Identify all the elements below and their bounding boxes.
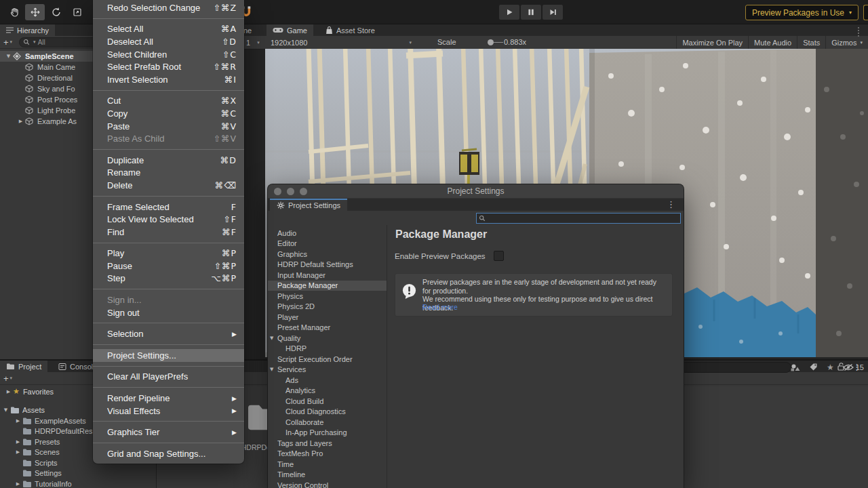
settings-category[interactable]: In-App Purchasing [268,428,387,439]
settings-search-input[interactable] [476,213,681,224]
menu-item[interactable]: Select Children⇧C [93,48,244,61]
settings-category[interactable]: Input Manager [268,270,387,281]
foldout-closed-icon[interactable]: ▶ [16,119,25,124]
tab-project[interactable]: Project [0,361,47,372]
scale-slider-knob[interactable] [488,39,494,45]
settings-category[interactable]: Cloud Diagnostics [268,407,387,418]
caret-down-icon[interactable]: ▾ [10,39,13,45]
foldout-closed-icon[interactable]: ▶ [14,418,22,424]
project-folder-row[interactable]: ▶TutorialInfo [0,479,156,488]
enable-preview-packages-checkbox[interactable] [494,251,504,261]
pause-button[interactable] [521,5,541,20]
menu-item[interactable]: Pause⇧⌘P [93,260,244,272]
settings-category[interactable]: Physics [268,291,387,302]
menu-item[interactable]: Find⌘F [93,226,244,239]
game-toolbar-button[interactable]: Maximize On Play [676,36,748,49]
project-folder-row[interactable]: Settings [0,468,156,479]
game-toolbar-button[interactable]: Gizmos▾ [825,36,868,49]
menu-item[interactable]: Visual Effects▶ [93,405,244,418]
tab-asset-store[interactable]: Asset Store [319,24,381,36]
hidden-packages-toggle[interactable]: 15 [843,363,864,371]
close-icon[interactable] [274,188,281,195]
menu-item[interactable]: Step⌥⌘P [93,272,244,285]
tab-game[interactable]: Game [267,24,313,36]
menu-item[interactable]: Duplicate⌘D [93,154,244,167]
menu-item[interactable]: Project Settings... [93,349,244,362]
panel-grip[interactable] [858,27,859,28]
minimize-icon[interactable] [287,188,294,195]
menu-item[interactable]: Copy⌘C [93,107,244,120]
hand-tool-icon[interactable] [4,4,24,20]
foldout-open-icon[interactable]: ▼ [268,336,277,341]
settings-category[interactable]: TextMesh Pro [268,449,387,460]
step-button[interactable] [542,5,563,20]
display-dropdown[interactable]: 1 ▾ [246,36,260,49]
menu-item[interactable]: Paste⌘V [93,120,244,133]
read-more-link[interactable]: Read more [422,303,458,311]
rect-tool-icon[interactable] [67,4,87,20]
favorites-filter-icon[interactable]: ★ [827,363,834,372]
settings-category[interactable]: Audio [268,228,387,239]
menu-item[interactable]: Redo Selection Change⇧⌘Z [93,1,244,14]
menu-item[interactable]: Paste As Child⇧⌘V [93,132,244,145]
foldout-open-icon[interactable]: ▼ [1,407,10,413]
maximize-icon[interactable] [300,188,307,195]
foldout-closed-icon[interactable]: ▶ [4,389,13,394]
settings-category[interactable]: Preset Manager [268,323,387,333]
menu-item[interactable]: Select Prefab Root⇧⌘R [93,60,244,73]
foldout-closed-icon[interactable]: ▶ [14,481,22,487]
foldout-open-icon[interactable]: ▼ [4,54,13,59]
settings-category[interactable]: Script Execution Order [268,354,387,365]
menu-item[interactable]: Clear All PlayerPrefs [93,371,244,384]
settings-category[interactable]: HDRP Default Settings [268,260,387,270]
foldout-closed-icon[interactable]: ▶ [14,449,22,455]
settings-category[interactable]: Version Control [268,480,387,488]
settings-category[interactable]: Package Manager [268,281,387,291]
game-toolbar-button[interactable]: Stats [797,36,825,49]
settings-category[interactable]: Cloud Build [268,396,387,407]
menu-item[interactable]: Graphics Tier▶ [93,426,244,439]
resolution-dropdown[interactable]: 1920x1080 ▾ [271,36,414,49]
settings-category[interactable]: Editor [268,239,387,249]
settings-category[interactable]: Timeline [268,470,387,481]
tab-project-settings[interactable]: Project Settings [270,199,347,211]
menu-item[interactable]: Grid and Snap Settings... [93,447,244,460]
settings-category[interactable]: Physics 2D [268,302,387,312]
move-tool-icon[interactable] [25,4,45,20]
foldout-open-icon[interactable]: ▼ [268,367,277,372]
kebab-menu-icon[interactable]: ⋮ [667,200,675,209]
menu-item[interactable]: Invert Selection⌘I [93,73,244,86]
menu-item[interactable]: Sign in... [93,293,244,306]
settings-category[interactable]: Graphics [268,249,387,260]
menu-item[interactable]: Deselect All⇧D [93,35,244,48]
settings-category[interactable]: Tags and Layers [268,438,387,449]
filter-by-label-icon[interactable] [809,363,818,371]
settings-category[interactable]: HDRP [268,344,387,354]
settings-category[interactable]: Collaborate [268,417,387,428]
window-titlebar[interactable]: Project Settings [268,184,684,199]
scale-slider-track[interactable] [494,42,503,43]
create-button[interactable]: + [3,374,9,383]
play-button[interactable] [499,5,519,20]
caret-down-icon[interactable]: ▾ [10,375,13,381]
foldout-closed-icon[interactable]: ▶ [14,439,22,445]
preview-packages-button[interactable]: Preview Packages in Use ▾ [745,5,859,20]
menu-item[interactable]: Cut⌘X [93,95,244,108]
menu-item[interactable]: Select All⌘A [93,23,244,36]
menu-item[interactable]: Lock View to Selected⇧F [93,213,244,226]
menu-item[interactable]: Frame SelectedF [93,201,244,214]
filter-by-type-icon[interactable] [791,363,800,371]
menu-item[interactable]: Render Pipeline▶ [93,392,244,405]
settings-category[interactable]: Time [268,459,387,470]
settings-category[interactable]: ▼Quality [268,333,387,344]
menu-item[interactable]: Sign out [93,306,244,319]
game-toolbar-button[interactable]: Mute Audio [748,36,797,49]
settings-category[interactable]: Player [268,312,387,323]
create-button[interactable]: + [3,38,9,47]
menu-item[interactable]: Delete⌘⌫ [93,179,244,192]
menu-item[interactable]: Play⌘P [93,247,244,260]
settings-category[interactable]: Analytics [268,386,387,396]
tab-hierarchy[interactable]: Hierarchy [0,24,55,36]
menu-item[interactable]: Rename [93,167,244,180]
settings-category[interactable]: ▼Services [268,365,387,375]
